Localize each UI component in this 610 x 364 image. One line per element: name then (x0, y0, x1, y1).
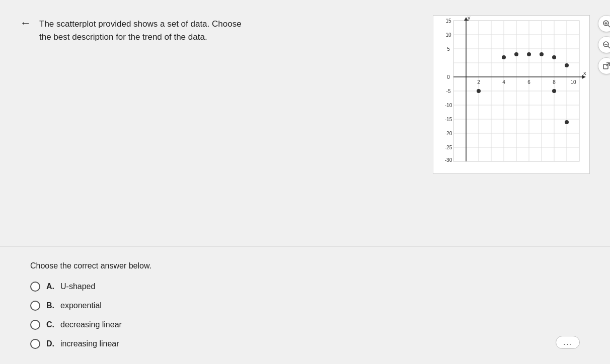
svg-point-43 (527, 52, 531, 56)
svg-text:-20: -20 (445, 131, 452, 136)
svg-text:2: 2 (477, 79, 480, 85)
answer-prompt: Choose the correct answer below. (30, 261, 590, 270)
scatterplot-chart: 15 10 5 0 -5 -10 -15 -20 -25 -30 2 4 6 8… (433, 15, 590, 174)
zoom-in-button[interactable] (598, 15, 610, 32)
svg-text:5: 5 (447, 46, 450, 52)
svg-text:-10: -10 (445, 103, 452, 108)
more-button[interactable]: ... (556, 336, 580, 349)
svg-text:0: 0 (447, 74, 450, 80)
svg-text:8: 8 (553, 79, 556, 85)
svg-text:-30: -30 (445, 157, 452, 163)
zoom-out-button[interactable] (598, 36, 610, 53)
option-b-letter: B. (46, 301, 54, 310)
radio-d[interactable] (30, 339, 40, 349)
svg-text:10: 10 (445, 32, 451, 38)
svg-point-42 (514, 52, 518, 56)
svg-line-54 (608, 46, 610, 48)
svg-point-47 (552, 89, 556, 93)
option-b[interactable]: B. exponential (30, 301, 590, 311)
svg-point-46 (565, 63, 569, 67)
answer-options: A. U-shaped B. exponential C. decreasing… (30, 282, 590, 349)
chart-icons (598, 15, 610, 74)
question-text: The scatterplot provided shows a set of … (39, 15, 331, 43)
option-c[interactable]: C. decreasing linear (30, 320, 590, 330)
option-c-letter: C. (46, 320, 54, 329)
svg-text:10: 10 (570, 79, 576, 85)
svg-text:x: x (583, 70, 586, 76)
svg-point-41 (502, 55, 506, 59)
svg-point-44 (540, 52, 544, 56)
radio-a[interactable] (30, 282, 40, 292)
option-d-letter: D. (46, 339, 54, 348)
option-d[interactable]: D. increasing linear (30, 339, 590, 349)
svg-text:-25: -25 (445, 145, 452, 150)
svg-text:-5: -5 (446, 88, 451, 94)
radio-b[interactable] (30, 301, 40, 311)
svg-text:4: 4 (502, 79, 505, 85)
svg-text:6: 6 (527, 79, 530, 85)
back-button[interactable]: ← (20, 15, 31, 30)
svg-text:15: 15 (445, 18, 451, 24)
svg-line-50 (608, 25, 610, 27)
svg-point-45 (552, 55, 556, 59)
option-b-text: exponential (60, 301, 102, 310)
external-link-button[interactable] (598, 57, 610, 74)
option-c-text: decreasing linear (60, 320, 122, 329)
option-d-text: increasing linear (60, 339, 119, 348)
option-a-letter: A. (46, 282, 54, 291)
svg-text:y: y (468, 16, 471, 21)
chart-area: 15 10 5 0 -5 -10 -15 -20 -25 -30 2 4 6 8… (433, 15, 590, 236)
svg-point-40 (477, 89, 481, 93)
svg-point-48 (565, 120, 569, 124)
svg-text:-15: -15 (445, 117, 452, 122)
option-a[interactable]: A. U-shaped (30, 282, 590, 292)
answer-section: Choose the correct answer below. A. U-sh… (0, 246, 610, 364)
radio-c[interactable] (30, 320, 40, 330)
option-a-text: U-shaped (60, 282, 95, 291)
